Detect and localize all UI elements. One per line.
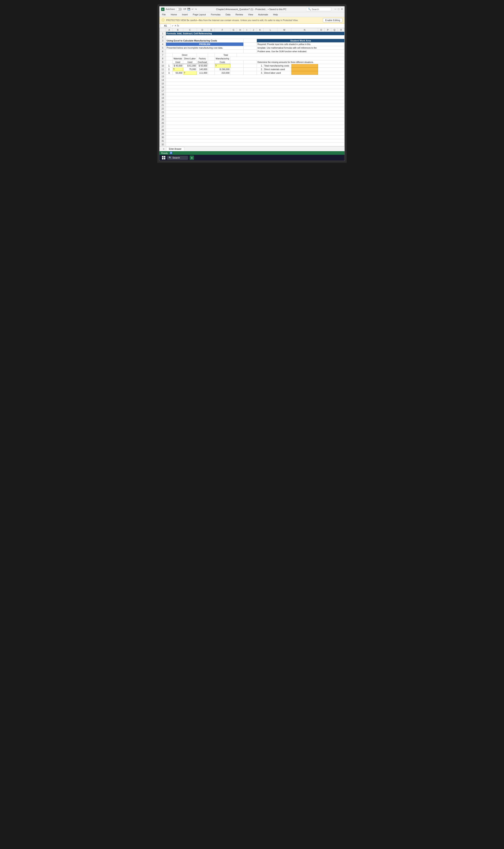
menu-insert[interactable]: Insert <box>181 13 189 16</box>
manufacturing-header: Manufacturing <box>215 57 230 60</box>
row-header-14: 14 <box>160 78 166 82</box>
col-header-p[interactable]: P <box>325 28 331 32</box>
row-header-9: 9 <box>160 60 166 64</box>
situation2-factory: 140,000 <box>197 68 208 71</box>
taskbar-search-box[interactable]: 🔍 Search <box>167 156 188 160</box>
q3-answer[interactable] <box>291 71 318 75</box>
situation2-labor: 75,000 <box>183 68 197 71</box>
menu-help[interactable]: Help <box>272 13 279 16</box>
formula-check-icon[interactable]: ✓ <box>172 24 174 27</box>
formula-cancel-icon[interactable]: ✕ <box>174 24 177 27</box>
accessibility-icon[interactable]: ♿ <box>169 152 173 154</box>
col-header-l[interactable]: L <box>263 28 277 32</box>
col-header-d[interactable]: D <box>197 28 208 32</box>
redo-icon[interactable]: ↪ <box>195 8 197 11</box>
menu-file[interactable]: File <box>161 13 167 16</box>
col-header-j[interactable]: J <box>250 28 257 32</box>
situation2-direct-input[interactable]: ? <box>173 68 183 71</box>
search-icon: 🔍 <box>308 8 311 11</box>
undo-icon[interactable]: ↩ <box>192 8 194 11</box>
col-header-h[interactable]: H <box>237 28 244 32</box>
col-header-c[interactable]: C <box>183 28 197 32</box>
table-row: 6 Problem area. Use the SUM function whe… <box>160 50 345 53</box>
q2-answer[interactable] <box>291 68 318 71</box>
title-bar: x AutoSave Off 💾 ↩ ↪ Chapter14Homework_Q… <box>159 6 345 12</box>
q1-num: 1. <box>257 64 264 68</box>
situation3-factory: 111,000 <box>197 71 208 75</box>
col-header-k[interactable]: K <box>257 28 264 32</box>
formula-function-icon[interactable]: fx <box>177 24 179 27</box>
taskbar: 🔍 Search x <box>159 155 345 161</box>
title-search-box[interactable]: 🔍 Search <box>306 7 331 11</box>
add-sheet-button[interactable]: + <box>161 146 166 151</box>
situation1-factory: $ 50,000 <box>197 64 208 68</box>
col-header-n[interactable]: N <box>291 28 318 32</box>
col-header-g[interactable]: G <box>230 28 237 32</box>
situation2-num: 2. <box>166 68 173 71</box>
menu-page-layout[interactable]: Page Layout <box>192 13 207 16</box>
q1-answer[interactable] <box>291 64 318 68</box>
row12-e <box>208 71 215 75</box>
row9-e <box>208 60 215 64</box>
formula-input[interactable]: Formula: Add, Subtract; Cell Referencing <box>180 24 344 27</box>
col-header-o[interactable]: O <box>318 28 325 32</box>
row-header-8: 8 <box>160 57 166 60</box>
situation1-total-input[interactable]: ? <box>215 64 230 68</box>
situation3-labor-input[interactable]: ? <box>183 71 197 75</box>
table-row: 27 <box>160 125 345 128</box>
table-row: 2 <box>160 35 345 39</box>
menu-home[interactable]: Home <box>170 13 178 16</box>
col-header-e[interactable]: E <box>208 28 215 32</box>
col-header-q[interactable]: Q <box>331 28 338 32</box>
row-header-7: 7 <box>160 53 166 57</box>
col-header-f[interactable]: F <box>215 28 230 32</box>
menu-automate[interactable]: Automate <box>257 13 269 16</box>
enable-editing-button[interactable]: Enable Editing <box>323 18 342 22</box>
col-header-i[interactable]: I <box>244 28 250 32</box>
row-header-26: 26 <box>160 121 166 125</box>
menu-data[interactable]: Data <box>224 13 231 16</box>
row9-a <box>166 60 173 64</box>
windows-start-button[interactable] <box>162 156 165 159</box>
table-row: 1 Formula: Add, Subtract; Cell Referenci… <box>160 32 345 35</box>
ready-status: Ready <box>161 152 168 154</box>
row-header-18: 18 <box>160 93 166 96</box>
total-header: Total <box>215 53 237 57</box>
minimize-btn[interactable]: ─ <box>335 8 336 11</box>
protected-view-bar: ⓘ PROTECTED VIEW Be careful—files from t… <box>159 17 345 23</box>
row-header-31: 31 <box>160 139 166 143</box>
row7-d <box>197 53 208 57</box>
menu-view[interactable]: View <box>247 13 254 16</box>
required-text: Required: Provide input into cells shade… <box>257 42 345 46</box>
cell-reference-input[interactable] <box>160 24 171 28</box>
col-header-a[interactable]: A <box>166 28 173 32</box>
autosave-toggle[interactable] <box>176 8 182 11</box>
row-header-27: 27 <box>160 125 166 128</box>
menu-formulas[interactable]: Formulas <box>210 13 221 16</box>
overhead-header: Overhead <box>197 60 208 64</box>
col-header-b[interactable]: B <box>173 28 183 32</box>
autosave-label: AutoSave <box>166 8 175 10</box>
close-btn[interactable]: ✕ <box>341 8 343 11</box>
row-header-32: 32 <box>160 143 166 146</box>
direct-labor-header: Direct Labor <box>183 57 197 60</box>
menu-review[interactable]: Review <box>235 13 244 16</box>
title-cell[interactable]: Formula: Add, Subtract; Cell Referencing <box>166 32 345 35</box>
save-icon[interactable]: 💾 <box>187 8 191 11</box>
sheet-tab-enter-answer[interactable]: Enter Answer <box>166 147 184 151</box>
table-row: 8 Materials Direct Labor Factory Manufac… <box>160 57 345 60</box>
direct-header: Direct <box>173 53 197 57</box>
used-header2: Used <box>183 60 197 64</box>
situation1-num: 1. <box>166 64 173 68</box>
row7-e <box>208 53 215 57</box>
table-row: 22 <box>160 107 345 110</box>
maximize-btn[interactable]: □ <box>338 8 339 11</box>
table-row: 23 <box>160 110 345 114</box>
col-header-m[interactable]: M <box>277 28 291 32</box>
taskbar-excel-icon[interactable]: x <box>190 156 194 160</box>
col-header-r[interactable]: R <box>338 28 345 32</box>
formula-icons: ✓ ✕ fx <box>172 24 179 27</box>
menu-bar: File Home Insert Page Layout Formulas Da… <box>159 12 345 17</box>
row11-e <box>208 68 215 71</box>
corner-header <box>160 28 166 32</box>
